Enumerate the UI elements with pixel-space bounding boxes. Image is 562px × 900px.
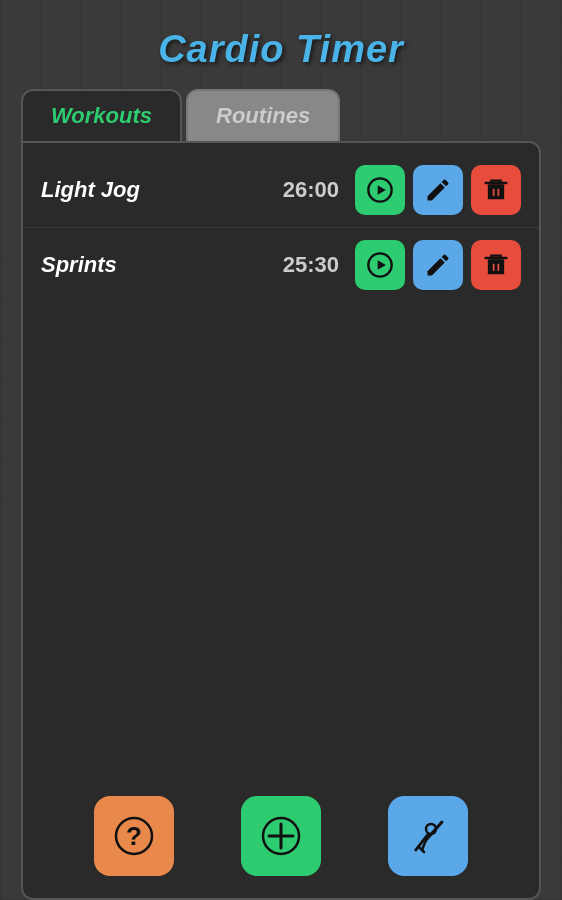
help-button[interactable]: ? xyxy=(94,796,174,876)
workout-time-1: 25:30 xyxy=(269,252,339,278)
svg-text:?: ? xyxy=(126,821,142,851)
edit-button-0[interactable] xyxy=(413,165,463,215)
tab-workouts[interactable]: Workouts xyxy=(21,89,182,141)
workout-name-1: Sprints xyxy=(41,252,269,278)
play-button-0[interactable] xyxy=(355,165,405,215)
tab-routines[interactable]: Routines xyxy=(186,89,340,141)
workout-row-1: Sprints 25:30 xyxy=(23,228,539,302)
add-button[interactable] xyxy=(241,796,321,876)
main-panel: Light Jog 26:00 xyxy=(21,141,541,900)
bottom-bar: ? xyxy=(0,796,562,876)
workout-row-0: Light Jog 26:00 xyxy=(23,153,539,228)
app-title: Cardio Timer xyxy=(158,28,404,71)
svg-rect-2 xyxy=(488,184,504,199)
play-button-1[interactable] xyxy=(355,240,405,290)
svg-marker-6 xyxy=(378,260,386,269)
workout-name-0: Light Jog xyxy=(41,177,269,203)
delete-button-0[interactable] xyxy=(471,165,521,215)
edit-button-1[interactable] xyxy=(413,240,463,290)
action-buttons-1 xyxy=(355,240,521,290)
delete-button-1[interactable] xyxy=(471,240,521,290)
action-buttons-0 xyxy=(355,165,521,215)
svg-marker-1 xyxy=(378,185,386,194)
tab-bar: Workouts Routines xyxy=(21,89,541,141)
workout-time-0: 26:00 xyxy=(269,177,339,203)
settings-button[interactable] xyxy=(388,796,468,876)
svg-rect-7 xyxy=(488,259,504,274)
